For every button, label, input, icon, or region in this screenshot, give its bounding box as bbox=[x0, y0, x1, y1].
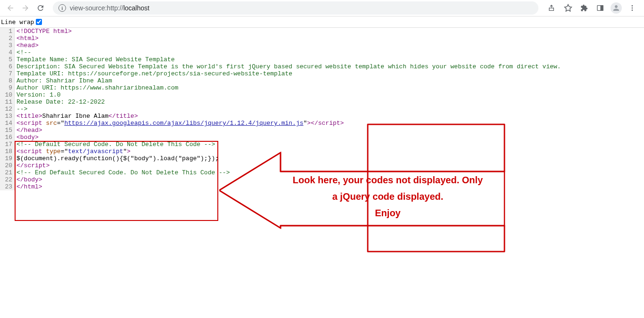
annotation-text: Look here, your codes not displayed. Onl… bbox=[273, 172, 502, 221]
reload-button[interactable] bbox=[34, 1, 47, 15]
svg-rect-2 bbox=[601, 6, 603, 11]
source-line: 15</head> bbox=[0, 127, 644, 134]
source-controls: Line wrap bbox=[0, 16, 644, 28]
line-code[interactable]: <html> bbox=[15, 35, 39, 42]
line-code[interactable]: Author URI: https://www.shahriaribnealam… bbox=[15, 84, 178, 91]
svg-point-3 bbox=[632, 5, 633, 7]
line-number: 15 bbox=[0, 127, 15, 134]
line-code[interactable]: Template URI: https://sourceforge.net/pr… bbox=[15, 70, 292, 77]
line-code[interactable]: <head> bbox=[15, 42, 39, 49]
line-number: 18 bbox=[0, 148, 15, 155]
source-code-area: 1<!DOCTYPE html>2<html>3<head>4<!--5Temp… bbox=[0, 28, 644, 190]
line-code[interactable]: </body> bbox=[15, 176, 42, 183]
source-line: 12--> bbox=[0, 106, 644, 113]
line-code[interactable]: Description: SIA Secured Website Templat… bbox=[15, 63, 561, 70]
line-number: 16 bbox=[0, 134, 15, 141]
line-number: 22 bbox=[0, 176, 15, 183]
source-line: 18<script type="text/javascript"> bbox=[0, 148, 644, 155]
line-number: 6 bbox=[0, 63, 15, 70]
source-line: 7Template URI: https://sourceforge.net/p… bbox=[0, 70, 644, 77]
url-scheme: http:// bbox=[107, 4, 124, 12]
line-code[interactable]: --> bbox=[15, 106, 27, 113]
avatar bbox=[611, 2, 622, 14]
line-code[interactable]: </head> bbox=[15, 127, 42, 134]
line-code[interactable]: Release Date: 22-12-2022 bbox=[15, 98, 105, 106]
line-code[interactable]: <script type="text/javascript"> bbox=[15, 148, 131, 155]
url-prefix: view-source: bbox=[70, 4, 107, 12]
bookmark-star-icon[interactable] bbox=[562, 2, 574, 14]
line-number: 23 bbox=[0, 183, 15, 190]
profile-button[interactable] bbox=[610, 2, 622, 14]
line-number: 13 bbox=[0, 113, 15, 120]
line-number: 5 bbox=[0, 56, 15, 63]
line-code[interactable]: <script src="https://ajax.googleapis.com… bbox=[15, 120, 344, 127]
line-code[interactable]: <title>Shahriar Ibne Alam</title> bbox=[15, 113, 138, 120]
line-number: 19 bbox=[0, 155, 15, 162]
line-number: 20 bbox=[0, 162, 15, 169]
line-number: 10 bbox=[0, 91, 15, 98]
line-code[interactable]: <!-- Default Secured Code. Do Not Delete… bbox=[15, 141, 215, 148]
line-code[interactable]: $(document).ready(function(){$("body").l… bbox=[15, 155, 219, 162]
url-host: localhost bbox=[124, 4, 149, 12]
line-code[interactable]: <!DOCTYPE html> bbox=[15, 28, 72, 35]
source-line: 2<html> bbox=[0, 35, 644, 42]
annotation-line-2: a jQuery code displayed. bbox=[273, 188, 502, 205]
line-code[interactable]: </script> bbox=[15, 162, 50, 169]
line-code[interactable]: Author: Shahriar Ibne Alam bbox=[15, 77, 112, 84]
line-number: 7 bbox=[0, 70, 15, 77]
forward-button[interactable] bbox=[19, 1, 32, 15]
source-line: 8Author: Shahriar Ibne Alam bbox=[0, 77, 644, 84]
line-number: 9 bbox=[0, 84, 15, 91]
annotation-line-3: Enjoy bbox=[273, 205, 502, 221]
line-number: 1 bbox=[0, 28, 15, 35]
line-code[interactable]: <!-- bbox=[15, 49, 31, 56]
annotation-line-1: Look here, your codes not displayed. Onl… bbox=[273, 172, 502, 188]
line-number: 17 bbox=[0, 141, 15, 148]
source-line: 1<!DOCTYPE html> bbox=[0, 28, 644, 35]
browser-toolbar: i view-source: http:// localhost bbox=[0, 0, 644, 16]
source-line: 19$(document).ready(function(){$("body")… bbox=[0, 155, 644, 162]
svg-point-5 bbox=[632, 9, 633, 11]
share-icon[interactable] bbox=[546, 2, 558, 14]
source-line: 3<head> bbox=[0, 42, 644, 49]
linewrap-checkbox[interactable] bbox=[36, 19, 42, 25]
source-line: 5Template Name: SIA Secured Website Temp… bbox=[0, 56, 644, 63]
line-number: 12 bbox=[0, 106, 15, 113]
source-line: 16<body> bbox=[0, 134, 644, 141]
line-number: 2 bbox=[0, 35, 15, 42]
source-line: 4<!-- bbox=[0, 49, 644, 56]
linewrap-label: Line wrap bbox=[1, 18, 34, 25]
address-bar[interactable]: i view-source: http:// localhost bbox=[53, 1, 538, 15]
site-info-icon[interactable]: i bbox=[58, 4, 66, 12]
svg-point-4 bbox=[632, 8, 633, 9]
source-line: 13<title>Shahriar Ibne Alam</title> bbox=[0, 113, 644, 120]
line-code[interactable]: <!-- End Default Secured Code. Do Not De… bbox=[15, 169, 230, 176]
line-code[interactable]: <body> bbox=[15, 134, 39, 141]
line-number: 3 bbox=[0, 42, 15, 49]
svg-line-18 bbox=[219, 190, 281, 228]
source-line: 9Author URI: https://www.shahriaribneala… bbox=[0, 84, 644, 91]
line-number: 21 bbox=[0, 169, 15, 176]
line-code[interactable]: Template Name: SIA Secured Website Templ… bbox=[15, 56, 174, 63]
source-line: 17<!-- Default Secured Code. Do Not Dele… bbox=[0, 141, 644, 148]
side-panel-icon[interactable] bbox=[594, 2, 606, 14]
line-number: 11 bbox=[0, 98, 15, 106]
line-code[interactable]: Version: 1.0 bbox=[15, 91, 61, 98]
source-line: 10Version: 1.0 bbox=[0, 91, 644, 98]
source-line: 14<script src="https://ajax.googleapis.c… bbox=[0, 120, 644, 127]
line-number: 8 bbox=[0, 77, 15, 84]
source-line: 6Description: SIA Secured Website Templa… bbox=[0, 63, 644, 70]
source-line: 11Release Date: 22-12-2022 bbox=[0, 98, 644, 106]
menu-button[interactable] bbox=[626, 2, 638, 14]
line-number: 14 bbox=[0, 120, 15, 127]
line-code[interactable]: </html> bbox=[15, 183, 42, 190]
back-button[interactable] bbox=[4, 1, 17, 15]
source-line: 20</script> bbox=[0, 162, 644, 169]
extensions-icon[interactable] bbox=[578, 2, 590, 14]
url-text: view-source: http:// localhost bbox=[70, 4, 149, 12]
toolbar-right bbox=[544, 2, 640, 14]
line-number: 4 bbox=[0, 49, 15, 56]
